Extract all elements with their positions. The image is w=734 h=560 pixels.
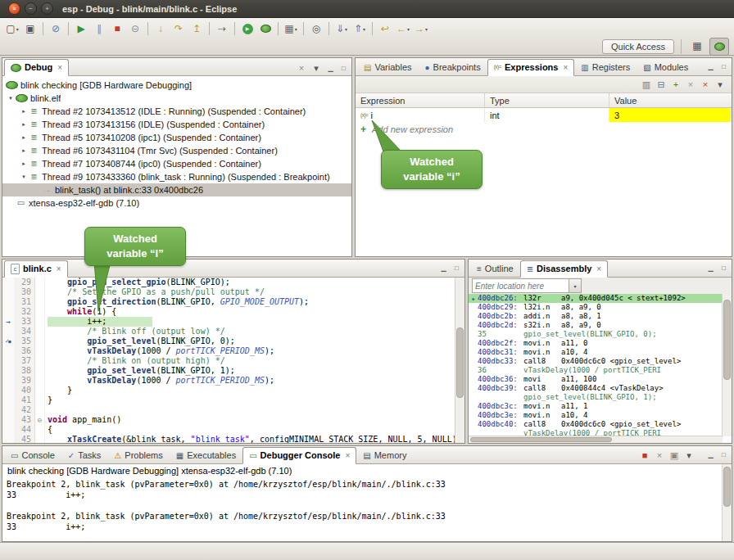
tab-outline[interactable]: ≡Outline — [470, 260, 520, 278]
editor-annotation-margin[interactable] — [2, 307, 14, 317]
forward-icon[interactable]: →▾ — [412, 20, 430, 37]
editor-annotation-margin[interactable] — [2, 346, 14, 356]
chevron-down-icon[interactable]: ▾ — [19, 174, 29, 180]
editor-line[interactable]: 30 /* Set the GPIO as a push/pull output… — [2, 287, 455, 297]
editor-annotation-margin[interactable] — [2, 425, 14, 435]
maximize-view-icon[interactable]: □ — [338, 63, 349, 73]
column-header-expression[interactable]: Expression — [356, 93, 485, 107]
disassembly-line[interactable]: 400dbc3c:movi.na11, 1 — [469, 402, 723, 411]
minimize-view-icon[interactable]: ▁ — [705, 61, 716, 71]
prev-annotation-icon[interactable]: ⇑▾ — [351, 20, 369, 37]
editor-line[interactable]: →33 i++; — [2, 317, 455, 327]
editor-line[interactable]: 38 gpio_set_level(BLINK_GPIO, 1); — [2, 366, 455, 376]
debug-tree-item[interactable]: ▸≣Thread #5 1073410208 (ipc1) (Suspended… — [2, 131, 351, 144]
disassembly-horizontal-scrollbar[interactable] — [469, 436, 723, 443]
suspend-icon[interactable]: ∥ — [90, 20, 108, 37]
console-menu-icon[interactable]: ▾ — [682, 449, 695, 462]
debug-tree-item[interactable]: ▸≣Thread #7 1073408744 (ipc0) (Suspended… — [2, 157, 351, 170]
instruction-stepping-icon[interactable]: ⇢ — [213, 20, 231, 37]
scrollbar-thumb[interactable] — [723, 467, 731, 507]
close-icon[interactable]: × — [563, 64, 568, 72]
new-wizard-icon[interactable]: ▢▾ — [3, 20, 21, 37]
code-line[interactable]: xTaskCreate(&blink_task, "blink_task", c… — [45, 435, 455, 443]
editor-line[interactable]: 36 vTaskDelay(1000 / portTICK_PERIOD_MS)… — [2, 346, 455, 356]
chevron-right-icon[interactable]: ▸ — [19, 147, 29, 154]
last-edit-location-icon[interactable]: ↩ — [376, 20, 394, 37]
editor-vertical-scrollbar[interactable] — [455, 278, 464, 443]
skip-all-breakpoints-icon[interactable]: ⊘ — [47, 20, 65, 37]
code-line[interactable]: /* Blink on (output high) */ — [45, 356, 455, 366]
location-input[interactable] — [473, 279, 569, 292]
disassembly-line[interactable]: gpio_set_level(BLINK_GPIO, 1); — [469, 393, 723, 402]
editor-annotation-margin[interactable]: ✓● — [2, 336, 14, 346]
editor-annotation-margin[interactable] — [2, 415, 14, 425]
tab-breakpoints[interactable]: ●Breakpoints — [419, 59, 487, 76]
terminate-console-icon[interactable]: ■ — [638, 449, 651, 462]
editor-line[interactable]: ✓●35 gpio_set_level(BLINK_GPIO, 0); — [2, 336, 455, 346]
editor-line[interactable]: 29 gpio_pad_select_gpio(BLINK_GPIO); — [2, 278, 455, 287]
window-titlebar[interactable]: × − + esp - Debug - blink/main/blink.c -… — [0, 0, 734, 18]
disassembly-line[interactable]: 35gpio_set_level(BLINK_GPIO, 0); — [469, 330, 723, 339]
code-line[interactable]: i++; — [45, 317, 455, 327]
editor-line[interactable]: 45 xTaskCreate(&blink_task, "blink_task"… — [2, 435, 455, 443]
column-header-type[interactable]: Type — [485, 93, 609, 107]
tab-modules[interactable]: ▧Modules — [637, 59, 695, 76]
maximize-view-icon[interactable]: □ — [718, 449, 729, 459]
disconnect-icon[interactable]: ⊝ — [126, 20, 144, 37]
collapse-icon[interactable]: ⊖ — [38, 417, 42, 424]
editor-line[interactable]: 41} — [2, 395, 455, 405]
disassembly-line[interactable]: 400dbc2d:s32i.na8, a9, 0 — [469, 321, 723, 330]
debug-tree-item[interactable]: ▭xtensa-esp32-elf-gdb (7.10) — [2, 196, 351, 210]
minimize-view-icon[interactable]: ▁ — [325, 63, 336, 73]
chevron-right-icon[interactable]: ▸ — [19, 108, 29, 115]
disassembly-line[interactable]: 36vTaskDelay(1000 / portTICK_PERI — [469, 366, 723, 375]
scrollbar-thumb[interactable] — [456, 327, 464, 399]
pin-console-icon[interactable]: ▣ — [668, 449, 681, 462]
editor-annotation-margin[interactable] — [2, 395, 14, 405]
column-header-value[interactable]: Value — [609, 93, 732, 107]
step-over-icon[interactable]: ↷ — [170, 20, 188, 37]
chevron-right-icon[interactable]: ▸ — [19, 134, 29, 141]
remove-all-terminated-icon[interactable]: × — [295, 61, 308, 75]
debug-icon[interactable] — [256, 20, 274, 37]
editor-line[interactable]: 44{ — [2, 425, 455, 435]
editor-annotation-margin[interactable] — [2, 376, 14, 386]
chevron-down-icon[interactable]: ▾ — [569, 279, 581, 292]
debug-tree-item[interactable]: ▾blink.elf — [2, 92, 351, 105]
close-icon[interactable]: × — [596, 265, 601, 273]
tab-console[interactable]: ▭Console — [4, 447, 61, 464]
minimize-view-icon[interactable]: ▁ — [705, 263, 716, 273]
scrollbar-thumb[interactable] — [470, 437, 612, 442]
code-line[interactable]: } — [45, 395, 455, 405]
disassembly-line[interactable]: 400dbc33:call80x400dc6c0 <gpio_set_level… — [469, 357, 723, 366]
tab-debugger-console[interactable]: ▭Debugger Console× — [242, 447, 356, 464]
editor-line[interactable]: 39 vTaskDelay(1000 / portTICK_PERIOD_MS)… — [2, 376, 455, 386]
editor-annotation-margin[interactable]: → — [2, 317, 14, 327]
resume-icon[interactable]: ▶ — [72, 20, 90, 37]
debug-tree-item[interactable]: ▸≣Thread #6 1073431104 (Tmr Svc) (Suspen… — [2, 144, 351, 157]
maximize-view-icon[interactable]: □ — [718, 263, 729, 273]
editor-line[interactable]: 32 while(1) { — [2, 307, 455, 317]
scrollbar-thumb[interactable] — [723, 300, 731, 380]
add-expression-icon[interactable]: + — [669, 78, 682, 91]
close-icon[interactable]: × — [57, 64, 62, 72]
debug-view-menu-icon[interactable]: ▾ — [310, 61, 323, 75]
window-minimize-button[interactable]: − — [25, 2, 37, 15]
disassembly-line[interactable]: 400dbc31:movi.na10, 4 — [469, 348, 723, 357]
tab-variables[interactable]: ▤Variables — [357, 59, 419, 76]
collapse-all-icon[interactable]: ⊟ — [655, 78, 668, 91]
tab-memory[interactable]: ▤Memory — [356, 447, 413, 464]
tab-tasks[interactable]: ✓Tasks — [61, 447, 108, 464]
editor-annotation-margin[interactable] — [2, 386, 14, 395]
code-line[interactable]: /* Blink off (output low) */ — [45, 327, 455, 336]
editor-annotation-margin[interactable] — [2, 405, 14, 415]
disassembly-line[interactable]: 400dbc2f:movi.na11, 0 — [469, 339, 723, 348]
debug-tree-item[interactable]: ▸≣Thread #2 1073413512 (IDLE : Running) … — [2, 105, 351, 118]
remove-all-expressions-icon[interactable]: × — [699, 78, 712, 91]
editor-annotation-margin[interactable] — [2, 366, 14, 376]
code-line[interactable]: { — [45, 425, 455, 435]
editor-line[interactable]: 34 /* Blink off (output low) */ — [2, 327, 455, 336]
minimize-view-icon[interactable]: ▁ — [438, 263, 449, 273]
tab-debug[interactable]: Debug × — [4, 59, 69, 76]
remove-expression-icon[interactable]: × — [684, 78, 697, 91]
